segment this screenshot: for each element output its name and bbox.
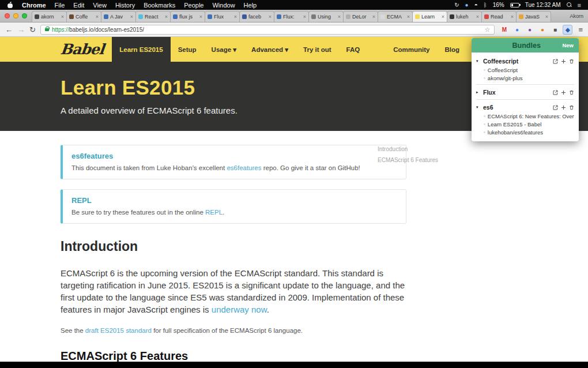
delete-bundle-icon[interactable] xyxy=(569,105,574,110)
apple-menu-icon[interactable] xyxy=(7,1,13,9)
browser-tab-react[interactable]: React× xyxy=(135,11,171,22)
tab-close-icon[interactable]: × xyxy=(303,14,306,20)
browser-tab-coffe[interactable]: Coffe× xyxy=(66,11,101,22)
tab-close-icon[interactable]: × xyxy=(165,14,168,20)
underway-now-link[interactable]: underway now xyxy=(212,305,267,314)
bookmark-star-icon[interactable]: ☆ xyxy=(485,26,491,33)
display-status-icon[interactable]: ◓ xyxy=(474,2,478,8)
tab-close-icon[interactable]: × xyxy=(476,14,479,20)
tab-close-icon[interactable]: × xyxy=(130,14,133,20)
draft-standard-link[interactable]: draft ES2015 standard xyxy=(85,327,152,334)
gmail-extension-icon[interactable]: M xyxy=(499,25,509,35)
menu-edit[interactable]: Edit xyxy=(73,2,84,9)
caret-down-icon[interactable]: ▾ xyxy=(476,105,481,110)
nav-item-try-it-out[interactable]: Try it out xyxy=(296,37,339,62)
browser-tab-learn[interactable]: Learn× xyxy=(412,11,447,22)
bundles-extension-icon[interactable]: ◆ xyxy=(563,25,572,35)
blue-ball-extension-icon[interactable]: ● xyxy=(512,25,522,35)
browser-tab-javas[interactable]: JavaS× xyxy=(516,11,551,22)
browser-tab-akorn[interactable]: akorn× xyxy=(32,11,67,22)
tab-close-icon[interactable]: × xyxy=(269,14,272,20)
nav-item-usage[interactable]: Usage ▾ xyxy=(204,37,244,62)
browser-tab-flux[interactable]: Flux× xyxy=(205,11,240,22)
bundle-item[interactable]: ◦lukehoban/es6features xyxy=(476,128,574,136)
babel-logo[interactable]: Babel xyxy=(59,41,104,58)
add-to-bundle-icon[interactable] xyxy=(561,105,566,110)
tab-close-icon[interactable]: × xyxy=(234,14,237,20)
profile-name[interactable]: Akorn xyxy=(567,13,586,19)
add-to-bundle-icon[interactable] xyxy=(561,90,566,95)
tab-close-icon[interactable]: × xyxy=(199,14,202,20)
menu-people[interactable]: People xyxy=(184,2,203,9)
toc-introduction[interactable]: Introduction xyxy=(378,146,438,152)
caret-right-icon[interactable]: ▸ xyxy=(476,90,481,95)
address-bar[interactable]: https:// babeljs.io/docs/learn-es2015/ ☆ xyxy=(40,25,495,35)
menu-chrome[interactable]: Chrome xyxy=(22,2,46,9)
menu-bookmarks[interactable]: Bookmarks xyxy=(144,2,175,9)
bundle-group-coffeescript[interactable]: ▾Coffeescript xyxy=(476,56,574,66)
dark-extension-icon[interactable]: ■ xyxy=(550,25,560,35)
tab-close-icon[interactable]: × xyxy=(61,14,64,20)
menu-window[interactable]: Window xyxy=(212,2,235,9)
browser-tab-read[interactable]: Read× xyxy=(481,11,517,22)
sync-status-icon[interactable]: ↻ xyxy=(454,2,459,8)
browser-tab-using[interactable]: Using× xyxy=(308,11,344,22)
purple-ball-extension-icon[interactable]: ● xyxy=(525,25,534,35)
menu-help[interactable]: Help xyxy=(244,2,257,9)
bundle-item[interactable]: ◦CoffeeScript xyxy=(476,66,574,74)
close-window-button[interactable] xyxy=(5,13,10,18)
delete-bundle-icon[interactable] xyxy=(569,90,574,95)
reload-button[interactable]: ↻ xyxy=(29,26,36,33)
zoom-window-button[interactable] xyxy=(22,13,27,18)
browser-tab-flux[interactable]: Flux:× xyxy=(274,11,309,22)
tab-close-icon[interactable]: × xyxy=(407,14,410,20)
menu-history[interactable]: History xyxy=(115,2,135,9)
nav-item-advanced[interactable]: Advanced ▾ xyxy=(244,37,296,62)
menu-view[interactable]: View xyxy=(93,2,107,9)
delete-bundle-icon[interactable] xyxy=(569,59,574,64)
bundle-group-es6[interactable]: ▾es6 xyxy=(476,102,574,112)
nav-item-setup[interactable]: Setup xyxy=(171,37,204,62)
nav-item-blog[interactable]: Blog xyxy=(437,37,467,62)
bundle-group-flux[interactable]: ▸Flux xyxy=(476,87,574,97)
back-button[interactable]: ← xyxy=(5,26,13,33)
notification-center-icon[interactable]: ≡ xyxy=(578,2,581,9)
nav-item-faq[interactable]: FAQ xyxy=(339,37,368,62)
open-bundle-icon[interactable] xyxy=(553,59,558,64)
tab-close-icon[interactable]: × xyxy=(442,14,444,20)
es6features-link[interactable]: es6features xyxy=(227,164,261,171)
browser-tab-lukeh[interactable]: lukeh× xyxy=(447,11,482,22)
caret-down-icon[interactable]: ▾ xyxy=(476,59,481,63)
open-bundle-icon[interactable] xyxy=(553,105,558,110)
open-bundle-icon[interactable] xyxy=(553,90,558,95)
tab-close-icon[interactable]: × xyxy=(372,14,375,20)
repl-link[interactable]: REPL xyxy=(205,209,223,216)
new-bundle-button[interactable]: New xyxy=(562,42,574,48)
toc-ecmascript-6-features[interactable]: ECMAScript 6 Features xyxy=(378,157,438,163)
tab-close-icon[interactable]: × xyxy=(511,14,514,20)
spotlight-search-icon[interactable] xyxy=(567,2,572,7)
tab-close-icon[interactable]: × xyxy=(338,14,341,20)
menu-file[interactable]: File xyxy=(55,2,65,9)
browser-tab-flux-js[interactable]: flux js× xyxy=(170,11,205,22)
browser-tab-ecma[interactable]: ECMA× xyxy=(378,11,413,22)
orange-ball-extension-icon[interactable]: ● xyxy=(537,25,547,35)
chrome-menu-icon[interactable]: ≡ xyxy=(577,25,583,34)
minimize-window-button[interactable] xyxy=(13,13,18,18)
browser-tab-faceb[interactable]: faceb× xyxy=(239,11,274,22)
browser-tab-delor[interactable]: DeLor× xyxy=(343,11,378,22)
tab-close-icon[interactable]: × xyxy=(96,14,99,20)
add-to-bundle-icon[interactable] xyxy=(561,59,566,64)
browser-tab-a-jav[interactable]: A Jav× xyxy=(101,11,136,22)
nav-item-learn-es2015[interactable]: Learn ES2015 xyxy=(112,37,170,62)
nav-item-community[interactable]: Community xyxy=(386,37,437,62)
menubar-clock[interactable]: Tue 12:32 AM xyxy=(525,2,561,8)
tab-close-icon[interactable]: × xyxy=(545,14,548,20)
bluetooth-status-icon[interactable]: ᛒ xyxy=(484,2,487,8)
https-lock-icon[interactable] xyxy=(45,28,49,31)
bundle-item[interactable]: ◦Learn ES2015 - Babel xyxy=(476,120,574,128)
forward-button[interactable]: → xyxy=(17,26,25,33)
bundle-item[interactable]: ◦ECMAScript 6: New Features: Overvie xyxy=(476,112,574,120)
blue-dot-status-icon[interactable]: ● xyxy=(465,2,469,8)
bundle-item[interactable]: ◦akonw/git-plus xyxy=(476,74,574,82)
